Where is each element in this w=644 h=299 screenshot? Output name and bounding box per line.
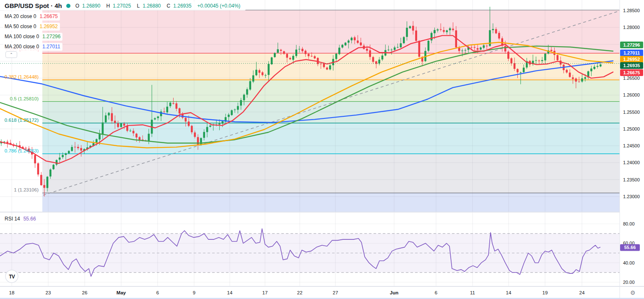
ma-label: MA 50 close 0	[5, 23, 36, 30]
svg-text:1.26952: 1.26952	[623, 57, 640, 62]
svg-text:22: 22	[297, 290, 303, 295]
svg-text:1 (1.23106): 1 (1.23106)	[14, 187, 39, 192]
symbol-legend: GBP/USD Spot · 4h O1.26890H1.27025L1.268…	[3, 2, 246, 52]
svg-text:0.786 (1.24263): 0.786 (1.24263)	[5, 148, 39, 153]
svg-text:80.00: 80.00	[623, 221, 635, 226]
svg-text:1.26675: 1.26675	[623, 70, 640, 75]
svg-text:20.00: 20.00	[623, 280, 635, 285]
rsi-legend-chip[interactable]: RSI 14 55.66	[3, 215, 38, 223]
ma-value: 1.27296	[42, 33, 60, 40]
timezone-settings-gear-icon[interactable]: ⚙	[630, 289, 636, 296]
svg-text:1.27296: 1.27296	[623, 42, 640, 47]
ohlc-values: O1.26890H1.27025L1.26880C1.26935+0.00045…	[75, 3, 244, 9]
svg-text:14: 14	[227, 290, 233, 295]
svg-text:Jun: Jun	[390, 290, 398, 295]
chart-window: 0 (1.28514)0.382 (1.26448)0.5 (1.25810)0…	[0, 0, 644, 299]
rsi-value: 55.66	[23, 215, 36, 222]
provider-dot-icon	[66, 4, 70, 8]
svg-text:19: 19	[543, 290, 548, 295]
svg-text:11: 11	[470, 290, 475, 295]
svg-text:1.28000: 1.28000	[623, 25, 640, 30]
rsi-axis[interactable]: 80.0060.0040.0020.0055.66	[620, 221, 640, 285]
svg-text:1.25000: 1.25000	[623, 126, 640, 131]
svg-text:1.27011: 1.27011	[623, 50, 640, 55]
price-change: +0.00045 (+0.04%)	[197, 3, 241, 9]
svg-text:17: 17	[262, 290, 268, 295]
svg-text:55.66: 55.66	[624, 245, 636, 250]
svg-text:18: 18	[9, 290, 15, 295]
svg-text:1.26500: 1.26500	[623, 76, 640, 81]
svg-text:26: 26	[82, 290, 88, 295]
ma-label: MA 20 close 0	[5, 13, 36, 20]
svg-text:27: 27	[333, 290, 338, 295]
ma-label: MA 200 close 0	[5, 43, 39, 50]
ma-legend: MA 20 close 01.26675MA 50 close 01.26952…	[3, 12, 246, 51]
svg-text:0.618 (1.25172): 0.618 (1.25172)	[5, 118, 39, 123]
svg-text:TV: TV	[9, 274, 15, 280]
svg-text:0.382 (1.26448): 0.382 (1.26448)	[5, 74, 39, 79]
ma-legend-row-2[interactable]: MA 50 close 01.26952	[3, 22, 246, 31]
svg-text:1.24500: 1.24500	[623, 143, 640, 148]
svg-text:1.26935: 1.26935	[623, 63, 640, 68]
svg-text:May: May	[117, 290, 126, 295]
svg-text:14: 14	[506, 290, 512, 295]
price-axis[interactable]: 1.285001.280001.265001.260001.255001.250…	[620, 8, 643, 199]
svg-text:6: 6	[435, 290, 437, 295]
chevron-up-icon: ⌃	[10, 53, 13, 57]
ma-value: 1.26952	[39, 23, 57, 30]
ma-value: 1.27011	[42, 43, 60, 50]
rsi-legend: RSI 14 55.66	[3, 215, 38, 223]
svg-text:1.24000: 1.24000	[623, 160, 640, 165]
collapse-indicator-button[interactable]: ⌃	[5, 51, 17, 58]
ma-legend-row-1[interactable]: MA 20 close 01.26675	[3, 12, 246, 21]
tradingview-logo[interactable]: TV	[5, 270, 18, 283]
svg-text:1.23500: 1.23500	[623, 177, 640, 182]
ma-legend-row-4[interactable]: MA 200 close 01.27011	[3, 42, 246, 51]
ma-label: MA 100 close 0	[5, 33, 39, 40]
ma-legend-row-3[interactable]: MA 100 close 01.27296	[3, 32, 246, 41]
ma-value: 1.26675	[39, 13, 57, 20]
svg-text:24: 24	[579, 290, 585, 295]
svg-text:1.26000: 1.26000	[623, 92, 640, 97]
svg-text:6: 6	[156, 290, 159, 295]
page-title: GBP/USD Spot · 4h	[5, 3, 62, 9]
svg-text:9: 9	[193, 290, 195, 295]
svg-text:1.25500: 1.25500	[623, 110, 640, 115]
svg-text:40.00: 40.00	[623, 260, 635, 265]
svg-text:1.28500: 1.28500	[623, 8, 640, 13]
symbol-title-chip[interactable]: GBP/USD Spot · 4h O1.26890H1.27025L1.268…	[3, 2, 246, 10]
svg-text:0.5 (1.25810): 0.5 (1.25810)	[10, 96, 39, 101]
rsi-label: RSI 14	[5, 215, 20, 222]
time-axis[interactable]: 182326May6914172227Jun611141924⚙	[9, 289, 636, 296]
svg-text:23: 23	[46, 290, 51, 295]
svg-text:1.23000: 1.23000	[623, 194, 640, 199]
